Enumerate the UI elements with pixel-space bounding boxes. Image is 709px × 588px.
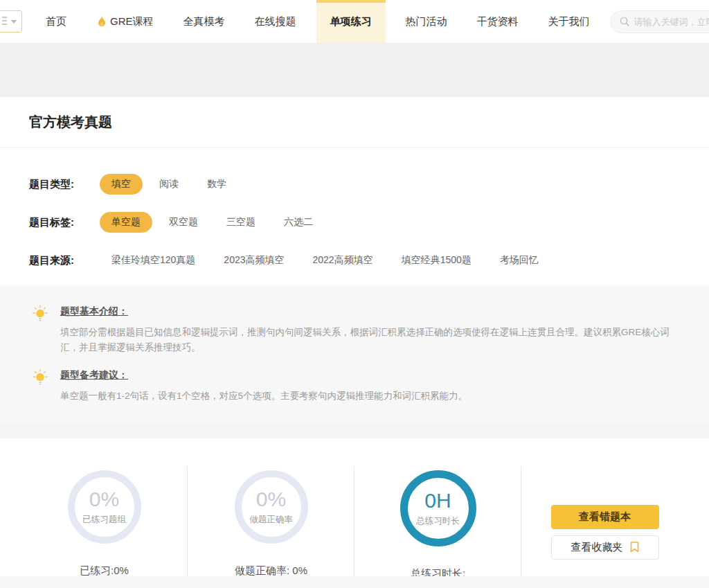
top-nav: 首页 GRE课程 全真模考 在线搜题 单项练习 热门活动 干货资料 关于我们 (0, 0, 709, 44)
filter-option-double-blank[interactable]: 双空题 (157, 212, 210, 233)
nav-item-label: 在线搜题 (255, 15, 296, 28)
ring-value: 0% (256, 488, 286, 511)
button-label: 查看收藏夹 (571, 541, 623, 554)
search-input[interactable] (634, 17, 709, 27)
filter-option-kaochang-huiyi[interactable]: 考场回忆 (488, 250, 550, 271)
stat-actions-column: 查看错题本 查看收藏夹 (521, 470, 688, 588)
filter-option-tiankong[interactable]: 填空 (100, 174, 143, 195)
tip-intro: 题型基本介绍： 填空部分需根据题目已知信息和逻辑提示词，推测句内句间逻辑关系，根… (32, 305, 677, 355)
search-icon (620, 17, 629, 26)
nav-item-gre-course[interactable]: GRE课程 (87, 0, 163, 43)
nav-item-label: 全真模考 (183, 15, 225, 28)
ring-label: 已练习题组 (82, 514, 126, 526)
lightbulb-icon (32, 368, 50, 404)
page-title: 官方模考真题 (29, 113, 112, 132)
nav-item-online-search[interactable]: 在线搜题 (245, 0, 306, 43)
button-stack: 查看错题本 查看收藏夹 (551, 505, 659, 560)
filter-row-source: 题目来源: 梁佳玲填空120真题 2023高频填空 2022高频填空 填空经典1… (29, 250, 680, 271)
banner-strip (0, 44, 709, 97)
tip-body: 单空题一般有1-2句话，设有1个空格，对应5个选项。主要考察句内逻辑推理能力和词… (60, 389, 467, 404)
filter-row-type: 题目类型: 填空 阅读 数学 (29, 174, 680, 195)
view-favorites-button[interactable]: 查看收藏夹 (551, 535, 659, 560)
nav-item-home[interactable]: 首页 (36, 0, 76, 43)
filter-option-2022-gaopin[interactable]: 2022高频填空 (301, 250, 385, 271)
nav-item-hot-activities[interactable]: 热门活动 (396, 0, 457, 43)
caret-down-icon (11, 20, 17, 24)
ring-value: 0% (89, 488, 119, 511)
filter-row-tag: 题目标签: 单空题 双空题 三空题 六选二 (29, 212, 680, 233)
tip-title-link[interactable]: 题型基本介绍： (60, 305, 128, 318)
bookmark-icon (630, 542, 639, 553)
stats-section: 0% 已练习题组 已练习:0% 练习题组: 0/0 0% 做题正确率 做题正确率… (0, 438, 709, 588)
filter-options: 填空 阅读 数学 (100, 174, 243, 195)
lightbulb-icon (32, 305, 50, 355)
nav-item-mock-exam[interactable]: 全真模考 (174, 0, 235, 43)
nav-item-label: 干货资料 (477, 15, 519, 28)
nav-item-label: 关于我们 (548, 15, 590, 28)
nav-item-about-us[interactable]: 关于我们 (539, 0, 600, 43)
title-section: 官方模考真题 (0, 97, 709, 148)
filter-option-single-blank[interactable]: 单空题 (100, 212, 152, 233)
filter-option-2023-gaopin[interactable]: 2023高频填空 (212, 250, 296, 271)
ring-label: 总练习时长 (416, 515, 460, 527)
nav-item-label: 首页 (46, 15, 66, 28)
ring-label: 做题正确率 (249, 514, 293, 526)
tips-section: 题型基本介绍： 填空部分需根据题目已知信息和逻辑提示词，推测句内句间逻辑关系，根… (0, 285, 709, 425)
nav-item-label: GRE课程 (110, 15, 154, 28)
progress-ring-time: 0H 总练习时长 (400, 470, 476, 546)
footer-strip (0, 576, 709, 588)
filter-options: 梁佳玲填空120真题 2023高频填空 2022高频填空 填空经典1500题 考… (100, 250, 555, 271)
filter-label: 题目来源: (29, 254, 100, 267)
filter-option-yuedu[interactable]: 阅读 (147, 174, 190, 195)
button-label: 查看错题本 (579, 510, 631, 524)
nav-item-resources[interactable]: 干货资料 (467, 0, 528, 43)
list-lines-icon (2, 17, 7, 27)
tip-title-link[interactable]: 题型备考建议： (60, 369, 128, 382)
tip-content: 题型基本介绍： 填空部分需根据题目已知信息和逻辑提示词，推测句内句间逻辑关系，根… (60, 305, 677, 355)
tip-advice: 题型备考建议： 单空题一般有1-2句话，设有1个空格，对应5个选项。主要考察句内… (32, 368, 677, 404)
stat-card-accuracy: 0% 做题正确率 做题正确率: 0% 正确题数: 0/0 (188, 470, 354, 588)
stat-card-total-time: 0H 总练习时长 总练习时长: 00时00分00秒 (354, 470, 521, 588)
nav-item-label: 热门活动 (406, 15, 447, 28)
section-gap (0, 425, 709, 438)
flame-icon (96, 15, 107, 28)
filter-label: 题目标签: (29, 216, 100, 229)
tip-body: 填空部分需根据题目已知信息和逻辑提示词，推测句内句间逻辑关系，根据词汇积累选择正… (60, 325, 677, 355)
nav-item-label: 单项练习 (330, 15, 372, 28)
search-box[interactable] (610, 10, 709, 33)
filter-label: 题目类型: (29, 178, 100, 191)
filter-option-liangjialing120[interactable]: 梁佳玲填空120真题 (100, 250, 207, 271)
stat-card-practiced-groups: 0% 已练习题组 已练习:0% 练习题组: 0/0 (21, 470, 188, 588)
filter-options: 单空题 双空题 三空题 六选二 (100, 212, 330, 233)
tip-content: 题型备考建议： 单空题一般有1-2句话，设有1个空格，对应5个选项。主要考察句内… (60, 368, 467, 404)
nav-menu: 首页 GRE课程 全真模考 在线搜题 单项练习 热门活动 干货资料 关于我们 (36, 0, 610, 43)
view-wrong-answers-button[interactable]: 查看错题本 (551, 505, 659, 529)
filter-option-triple-blank[interactable]: 三空题 (215, 212, 267, 233)
nav-item-single-practice[interactable]: 单项练习 (316, 0, 386, 43)
language-select[interactable] (0, 10, 22, 33)
filter-option-six-choose-two[interactable]: 六选二 (272, 212, 325, 233)
progress-ring-accuracy: 0% 做题正确率 (235, 470, 308, 544)
filter-option-jingdian1500[interactable]: 填空经典1500题 (390, 250, 483, 271)
filter-section: 题目类型: 填空 阅读 数学 题目标签: 单空题 双空题 三空题 六选二 题目来… (0, 148, 709, 285)
filter-option-shuxue[interactable]: 数学 (195, 174, 238, 195)
progress-ring-practiced: 0% 已练习题组 (68, 470, 141, 544)
ring-value: 0H (424, 489, 451, 513)
